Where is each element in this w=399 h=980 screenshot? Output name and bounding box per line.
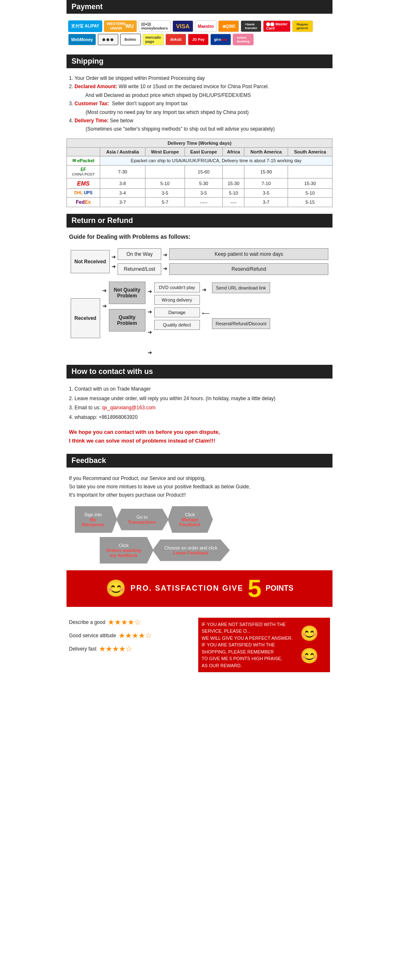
epacket-note: Epacket can ship to USA/AU/UK/FR/UA/CA, … xyxy=(100,156,332,165)
satisfaction-points: POINTS xyxy=(266,584,293,593)
ecopayzsymbol-logo: ●●● xyxy=(98,34,118,45)
satisfaction-banner: 😊 PRO. SATISFACTION GIVE 5 POINTS xyxy=(66,570,332,607)
rating-section: Describe a good ★★★★☆ Good service attit… xyxy=(66,614,332,677)
wu-logo: WESTERNUNION WU xyxy=(104,20,137,32)
arrow-icon: ➜ xyxy=(148,288,152,294)
not-received-flow: Not Received ➜ ➜ On the Way Returned/Los… xyxy=(71,248,328,275)
not-received-box: Not Received xyxy=(71,250,110,273)
keep-patient-box: Keep patient to wait more days xyxy=(169,248,328,260)
refund-guide-title: Guide for Dealing with Problems as follo… xyxy=(66,232,332,242)
chinapost-southam xyxy=(288,165,332,178)
payment-header: Payment xyxy=(66,0,332,14)
received-box: Received xyxy=(71,298,100,338)
carrier-col-header xyxy=(67,147,100,156)
recv-arrows1: ➜ ➜ xyxy=(102,287,107,309)
shipping-section: Shipping 1. Your Order will be shipped w… xyxy=(66,54,332,207)
visa-logo: VISA xyxy=(172,20,193,32)
resend-refund-discount-box: Resend/Refund/Discount xyxy=(212,318,270,329)
rating-items: Describe a good ★★★★☆ Good service attit… xyxy=(69,618,194,673)
arrow-icon: ➜ xyxy=(148,309,152,315)
not-quality-box: Not QualityProblem xyxy=(109,282,145,304)
easteurope-col-header: East Europe xyxy=(185,147,222,156)
bank-transfer-logo: ≡banktransfer xyxy=(241,20,261,32)
chinapost-northam: 15-90 xyxy=(244,165,288,178)
southamerica-col-header: South America xyxy=(288,147,332,156)
feedback-step-1: Sign intoMyAliexpress xyxy=(75,506,117,533)
email-link[interactable]: qx_qianxiang@163.com xyxy=(102,405,155,411)
arrow-icon: ➜ xyxy=(102,303,107,309)
contact-highlight: We hope you can contact with us before y… xyxy=(66,424,332,447)
feedback-header: Feedback xyxy=(66,454,332,468)
ems-asia: 3-8 xyxy=(100,178,145,188)
feedback-section: Feedback If you Recommand our Product, o… xyxy=(66,454,332,677)
quality-problem-box: QualityProblem xyxy=(109,309,145,332)
payment-section: Payment 支付宝 ALIPAY WESTERNUNION WU (((●)… xyxy=(66,0,332,48)
arrow-icon: ➜ xyxy=(163,265,167,272)
contact-header: How to contact with us xyxy=(66,365,332,379)
chinapost-africa xyxy=(223,165,244,178)
damage-box: Damage xyxy=(154,307,200,317)
feedback-steps-row2: ClickOrders awaitingmy feedback Choose o… xyxy=(66,537,332,570)
refund-header: Return or Refund xyxy=(66,214,332,228)
maestro-logo: Maestro xyxy=(195,20,217,32)
dhlups-easteu: 3-5 xyxy=(185,188,222,197)
chinapost-logo-cell: EFCHINA POST xyxy=(67,165,100,178)
flow-diagram: Not Received ➜ ➜ On the Way Returned/Los… xyxy=(66,246,332,358)
dhlups-northam: 3-5 xyxy=(244,188,288,197)
received-flow: Received ➜ ➜ Not QualityProblem QualityP… xyxy=(71,281,328,356)
rating-label-delivery: Delivery fast xyxy=(69,646,96,652)
resend-refund-box: Resend/Refund xyxy=(169,263,328,275)
alipay-logo: 支付宝 ALIPAY xyxy=(68,20,102,32)
arrow-icon: ➜ xyxy=(111,254,116,260)
dhlups-westeu: 3-5 xyxy=(145,188,185,197)
fedex-southam: 5-15 xyxy=(288,197,332,207)
whatsapp-number: +8618968063920 xyxy=(99,414,138,420)
rating-label-describe: Describe a good xyxy=(69,619,105,625)
sofort-logo: sofortbanking xyxy=(233,34,254,45)
satisfaction-number: 5 xyxy=(248,576,261,601)
shipping-header: Shipping xyxy=(66,54,332,68)
ems-logo-cell: EMS xyxy=(67,178,100,188)
recv-sub-boxes: DVD couldn't play Wrong delivery Damage … xyxy=(154,282,200,330)
rating-right-panel: IF YOU ARE NOT SATISFIED WITH THE SERVIC… xyxy=(198,618,330,673)
dhlups-asia: 3-4 xyxy=(100,188,145,197)
table-row: ✉ ePacket Epacket can ship to USA/AU/UK/… xyxy=(67,156,332,165)
stars-delivery: ★★★★☆ xyxy=(99,644,132,653)
chinapost-westeu xyxy=(145,165,185,178)
africa-col-header: Africa xyxy=(223,147,244,156)
recv-categories: Not QualityProblem QualityProblem xyxy=(109,282,145,332)
boleto-logo: Boleto xyxy=(120,34,141,45)
mastercard-logo: ⬤⬤ MasterCard xyxy=(263,20,291,32)
satisfaction-emoji: 😊 xyxy=(106,579,126,598)
table-row: EFCHINA POST 7-30 15-60 15-90 xyxy=(67,165,332,178)
arrow-icon: ➜ xyxy=(163,252,167,258)
arrow-icon: ➜ xyxy=(148,349,152,356)
dhlups-southam: 5-10 xyxy=(288,188,332,197)
nr-arrows-left: ➜ ➜ xyxy=(111,254,116,270)
contact-item-2: 2. Leave message under order, will reply… xyxy=(69,394,330,403)
arrow-icon: ⟵ xyxy=(202,310,210,317)
fedex-easteu: ----- xyxy=(185,197,222,207)
fedex-africa: ---- xyxy=(223,197,244,207)
rating-smiley-icon: 😊😊 xyxy=(300,622,327,667)
dhlups-logo-cell: DHL UPS xyxy=(67,188,100,197)
table-row: DHL UPS 3-4 3-5 3-5 5-10 3-5 5-10 xyxy=(67,188,332,197)
feedback-step-4: ClickOrders awaitingmy feedback xyxy=(100,537,153,564)
qiwi-logo: ⊕QIWI xyxy=(218,20,239,32)
rating-item-delivery: Delivery fast ★★★★☆ xyxy=(69,644,194,653)
rating-item-service: Good service attitude ★★★★☆ xyxy=(69,631,194,640)
feedback-step-2: Go toTransactions xyxy=(116,509,169,530)
table-row: FedEx 3-7 5-7 ----- ---- 3-7 5-15 xyxy=(67,197,332,207)
wrong-delivery-box: Wrong delivery xyxy=(154,295,200,305)
jdpay-logo: JD Pay xyxy=(188,34,209,45)
feedback-step-5: Choose on order and clickLeave Feedback xyxy=(153,539,230,561)
stars-describe: ★★★★☆ xyxy=(108,618,141,627)
feedback-steps-row1: Sign intoMyAliexpress Go toTransactions … xyxy=(66,502,332,537)
ems-africa: 15-30 xyxy=(223,178,244,188)
yandex-logo: Яндексденьги xyxy=(292,20,313,32)
nr-arrows-right: ➜ ➜ xyxy=(163,252,167,272)
arrow-icon: ➜ xyxy=(202,287,210,293)
fedex-westeu: 5-7 xyxy=(145,197,185,207)
giropay-logo: giropay xyxy=(210,34,231,45)
table-header: Delivery Time (Working days) xyxy=(67,139,332,147)
